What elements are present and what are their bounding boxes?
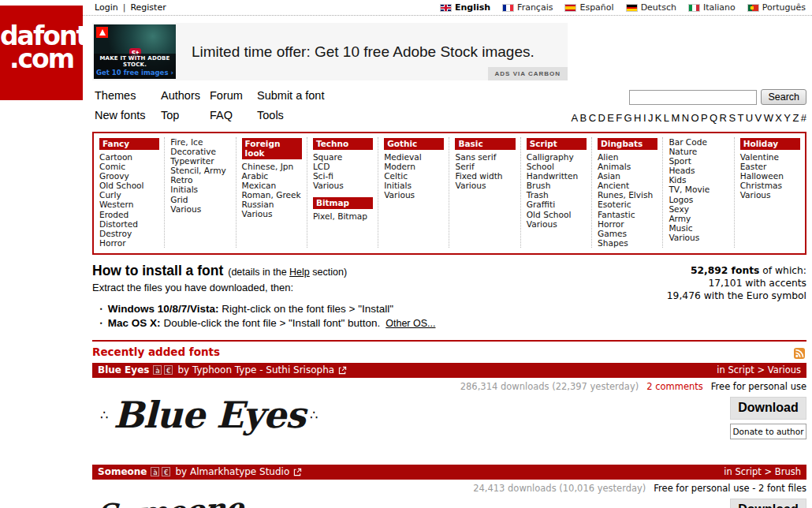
category-link[interactable]: Initials bbox=[170, 185, 232, 194]
category-link[interactable]: Various bbox=[669, 233, 730, 242]
category-link[interactable]: Curly bbox=[99, 190, 161, 200]
category-link[interactable]: Handwritten bbox=[527, 171, 588, 181]
download-button[interactable]: Download bbox=[730, 397, 806, 420]
category-link[interactable]: Cartoon bbox=[99, 152, 161, 162]
category-link[interactable]: Army bbox=[669, 214, 730, 223]
font-author-link[interactable]: by Almarkhatype Studio bbox=[175, 466, 289, 477]
category-link[interactable]: Fantastic bbox=[598, 210, 659, 219]
category-link[interactable]: Various bbox=[170, 204, 232, 214]
category-header-holiday[interactable]: Holiday bbox=[740, 138, 800, 150]
category-link[interactable]: Kids bbox=[669, 175, 730, 185]
alphabet-letter-D[interactable]: D bbox=[598, 112, 605, 124]
alphabet-letter-P[interactable]: P bbox=[701, 112, 708, 124]
category-header-gothic[interactable]: Gothic bbox=[384, 138, 444, 150]
nav-item-top[interactable]: Top bbox=[161, 109, 210, 121]
category-link[interactable]: Calligraphy bbox=[527, 152, 588, 162]
dafont-logo[interactable]: dafont .com bbox=[0, 6, 83, 100]
alphabet-letter-U[interactable]: U bbox=[746, 112, 753, 124]
category-link[interactable]: Fire, Ice bbox=[170, 137, 232, 147]
ad-caption-cta[interactable]: Get 10 free images › bbox=[94, 69, 176, 77]
font-preview[interactable]: ∴Blue Eyes∴ bbox=[95, 394, 323, 436]
help-link[interactable]: Help bbox=[289, 267, 310, 278]
nav-item-forum[interactable]: Forum bbox=[210, 89, 257, 102]
category-link[interactable]: Easter bbox=[740, 162, 802, 171]
language-it[interactable]: Italiano bbox=[688, 2, 736, 13]
font-row-header[interactable]: Someoneà€by Almarkhatype Studioin Script… bbox=[92, 465, 806, 480]
category-link[interactable]: Decorative bbox=[170, 147, 232, 156]
category-link[interactable]: Animals bbox=[598, 162, 659, 171]
category-header-techno[interactable]: Techno bbox=[313, 138, 373, 150]
category-link[interactable]: Modern bbox=[384, 162, 445, 171]
category-header-basic[interactable]: Basic bbox=[455, 138, 515, 150]
alphabet-letter-I[interactable]: I bbox=[643, 112, 646, 124]
category-link[interactable]: Various bbox=[740, 190, 802, 200]
font-category-link[interactable]: in Script > Various bbox=[717, 364, 801, 375]
alphabet-letter-X[interactable]: X bbox=[775, 112, 782, 124]
category-link[interactable]: Celtic bbox=[384, 171, 445, 181]
category-link[interactable]: Valentine bbox=[740, 152, 802, 162]
category-link[interactable]: Sci-fi bbox=[313, 171, 374, 181]
category-link[interactable]: Music bbox=[669, 223, 730, 233]
language-pt[interactable]: Português bbox=[747, 2, 806, 13]
alphabet-letter-K[interactable]: K bbox=[655, 112, 662, 124]
category-link[interactable]: Trash bbox=[527, 190, 588, 200]
category-link[interactable]: Pixel, Bitmap bbox=[313, 211, 374, 221]
category-link[interactable]: Brush bbox=[527, 181, 588, 190]
nav-item-tools[interactable]: Tools bbox=[257, 109, 431, 121]
font-name-link[interactable]: Blue Eyes bbox=[98, 364, 149, 375]
category-link[interactable]: LCD bbox=[313, 162, 374, 171]
rss-icon[interactable] bbox=[794, 347, 805, 358]
category-link[interactable]: Runes, Elvish bbox=[598, 190, 659, 200]
category-link[interactable]: Graffiti bbox=[527, 200, 588, 209]
ad-image[interactable]: St MAKE IT WITH ADOBE STOCK. Get 10 free… bbox=[94, 24, 176, 79]
alphabet-letter-E[interactable]: E bbox=[607, 112, 614, 124]
category-link[interactable]: Horror bbox=[598, 219, 659, 229]
category-link[interactable]: Christmas bbox=[740, 181, 802, 190]
alphabet-letter-F[interactable]: F bbox=[616, 112, 622, 124]
alphabet-letter-M[interactable]: M bbox=[671, 112, 680, 124]
category-link[interactable]: Typewriter bbox=[170, 156, 232, 166]
category-link[interactable]: Sexy bbox=[669, 204, 730, 214]
adobe-stock-ad[interactable]: St MAKE IT WITH ADOBE STOCK. Get 10 free… bbox=[92, 23, 568, 80]
font-category-link[interactable]: in Script > Brush bbox=[724, 466, 801, 477]
comments-link[interactable]: 2 comments bbox=[646, 381, 703, 392]
alphabet-letter-Z[interactable]: Z bbox=[792, 112, 799, 124]
alphabet-letter-H[interactable]: H bbox=[634, 112, 641, 124]
alphabet-letter-B[interactable]: B bbox=[580, 112, 587, 124]
category-header-dingbats[interactable]: Dingbats bbox=[598, 138, 657, 150]
search-input[interactable] bbox=[629, 90, 757, 105]
category-link[interactable]: Distorted bbox=[99, 219, 161, 229]
category-link[interactable]: Sport bbox=[669, 156, 730, 166]
alphabet-letter-S[interactable]: S bbox=[728, 112, 736, 124]
category-header-bitmap[interactable]: Bitmap bbox=[313, 197, 373, 209]
language-gb[interactable]: English bbox=[440, 2, 490, 13]
alphabet-letter-Y[interactable]: Y bbox=[784, 112, 791, 124]
alphabet-letter-A[interactable]: A bbox=[572, 112, 579, 124]
nav-item-faq[interactable]: FAQ bbox=[210, 109, 257, 121]
font-preview[interactable]: Someone bbox=[95, 494, 243, 508]
download-button[interactable]: Download bbox=[730, 499, 806, 508]
login-link[interactable]: Login bbox=[95, 2, 118, 13]
category-link[interactable]: Old School bbox=[99, 181, 161, 190]
alphabet-letter-G[interactable]: G bbox=[624, 112, 632, 124]
category-link[interactable]: Grid bbox=[170, 195, 232, 204]
category-link[interactable]: Retro bbox=[170, 175, 232, 185]
category-link[interactable]: Mexican bbox=[242, 181, 304, 190]
alphabet-letter-V[interactable]: V bbox=[755, 112, 762, 124]
category-link[interactable]: Various bbox=[313, 181, 374, 190]
nav-item-authors[interactable]: Authors bbox=[161, 89, 210, 102]
register-link[interactable]: Register bbox=[130, 2, 166, 13]
category-link[interactable]: Western bbox=[99, 200, 161, 209]
alphabet-letter-N[interactable]: N bbox=[682, 112, 689, 124]
category-link[interactable]: Sans serif bbox=[455, 152, 516, 162]
nav-item-submit-a-font[interactable]: Submit a font bbox=[257, 89, 431, 102]
category-link[interactable]: Chinese, Jpn bbox=[242, 162, 304, 171]
category-link[interactable]: Logos bbox=[669, 195, 730, 204]
category-link[interactable]: Serif bbox=[455, 162, 516, 171]
category-link[interactable]: Nature bbox=[669, 147, 730, 156]
category-header-foreign-look[interactable]: Foreign look bbox=[242, 138, 302, 159]
category-link[interactable]: Esoteric bbox=[598, 200, 659, 209]
category-link[interactable]: Groovy bbox=[99, 171, 161, 181]
category-link[interactable]: Asian bbox=[598, 171, 659, 181]
category-header-fancy[interactable]: Fancy bbox=[99, 138, 159, 150]
